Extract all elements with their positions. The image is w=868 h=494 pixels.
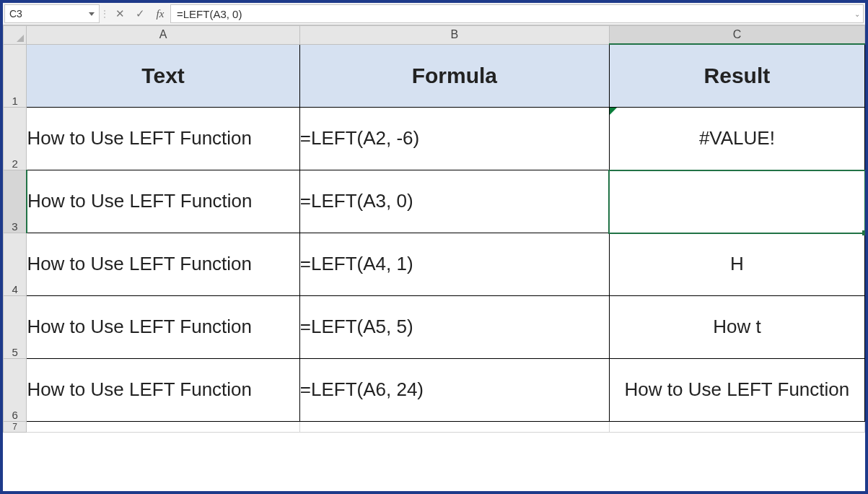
row-3: 3 How to Use LEFT Function =LEFT(A3, 0) — [4, 170, 865, 233]
cell-B5[interactable]: =LEFT(A5, 5) — [299, 296, 609, 359]
cell-A6[interactable]: How to Use LEFT Function — [27, 359, 299, 422]
row-header-5[interactable]: 5 — [4, 296, 27, 359]
row-1: 1 Text Formula Result — [4, 44, 865, 108]
row-4: 4 How to Use LEFT Function =LEFT(A4, 1) … — [4, 233, 865, 296]
cell-B4[interactable]: =LEFT(A4, 1) — [299, 233, 609, 296]
cell-C2[interactable]: #VALUE! — [609, 108, 864, 170]
row-7: 7 — [4, 422, 865, 433]
cell-B2[interactable]: =LEFT(A2, -6) — [299, 108, 609, 170]
enter-icon[interactable]: ✓ — [130, 3, 150, 25]
cell-A2[interactable]: How to Use LEFT Function — [27, 108, 299, 170]
cell-B3[interactable]: =LEFT(A3, 0) — [299, 170, 609, 233]
column-header-B[interactable]: B — [299, 26, 609, 45]
row-2: 2 How to Use LEFT Function =LEFT(A2, -6)… — [4, 108, 865, 170]
fx-icon[interactable]: fx — [150, 3, 170, 25]
worksheet[interactable]: A B C 1 Text Formula Result 2 How to Use… — [3, 25, 865, 491]
cell-A5[interactable]: How to Use LEFT Function — [27, 296, 299, 359]
row-header-4[interactable]: 4 — [4, 233, 27, 296]
error-indicator-icon[interactable] — [610, 108, 617, 115]
formula-input[interactable]: =LEFT(A3, 0) ⌄ — [170, 4, 864, 23]
cell-B6[interactable]: =LEFT(A6, 24) — [299, 359, 609, 422]
cell-C1[interactable]: Result — [609, 44, 864, 108]
separator-icon: ⋮ — [100, 3, 110, 25]
cell-C6[interactable]: How to Use LEFT Function — [609, 359, 864, 422]
row-6: 6 How to Use LEFT Function =LEFT(A6, 24)… — [4, 359, 865, 422]
row-5: 5 How to Use LEFT Function =LEFT(A5, 5) … — [4, 296, 865, 359]
chevron-down-icon[interactable] — [89, 12, 95, 16]
cell-C5[interactable]: How t — [609, 296, 864, 359]
name-box[interactable]: C3 — [4, 4, 100, 23]
cancel-icon[interactable]: ✕ — [110, 3, 130, 25]
name-box-value: C3 — [9, 8, 22, 20]
row-header-3[interactable]: 3 — [4, 170, 27, 233]
column-header-A[interactable]: A — [27, 26, 299, 45]
cell-C3[interactable] — [609, 170, 864, 233]
cell-C2-value: #VALUE! — [699, 127, 775, 149]
cell-A3[interactable]: How to Use LEFT Function — [27, 170, 299, 233]
cell-C7[interactable] — [609, 422, 864, 433]
formula-bar: C3 ⋮ ✕ ✓ fx =LEFT(A3, 0) ⌄ — [3, 3, 865, 25]
row-header-1[interactable]: 1 — [4, 44, 27, 108]
row-header-6[interactable]: 6 — [4, 359, 27, 422]
column-header-C[interactable]: C — [609, 26, 864, 45]
select-all-corner[interactable] — [4, 26, 27, 45]
cell-A7[interactable] — [27, 422, 299, 433]
cell-A4[interactable]: How to Use LEFT Function — [27, 233, 299, 296]
cell-C4[interactable]: H — [609, 233, 864, 296]
row-header-2[interactable]: 2 — [4, 108, 27, 170]
cell-B1[interactable]: Formula — [299, 44, 609, 108]
column-header-row: A B C — [4, 26, 865, 45]
cell-A1[interactable]: Text — [27, 44, 299, 108]
formula-text: =LEFT(A3, 0) — [177, 8, 242, 20]
row-header-7[interactable]: 7 — [4, 422, 27, 433]
expand-icon[interactable]: ⌄ — [854, 10, 860, 18]
cell-B7[interactable] — [299, 422, 609, 433]
